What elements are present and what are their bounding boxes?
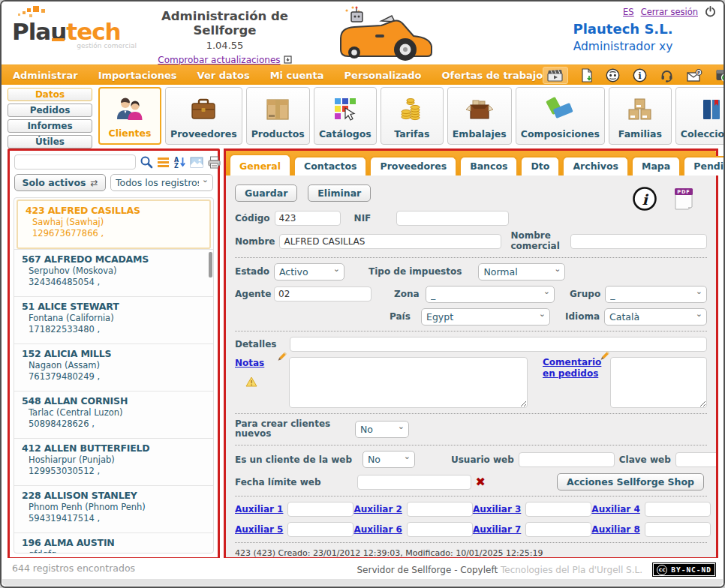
- nif-field[interactable]: [396, 211, 509, 226]
- mail-icon[interactable]: P: [687, 69, 702, 82]
- sidebar-item-informes[interactable]: Informes: [8, 119, 92, 133]
- tab-proveedores[interactable]: Proveedores: [369, 156, 457, 176]
- nombre-comercial-field[interactable]: [570, 234, 707, 249]
- language-link[interactable]: ES: [623, 7, 634, 17]
- delete-button[interactable]: Eliminar: [308, 184, 371, 202]
- client-row[interactable]: 196 ALMA AUSTIN gfdgfg Mannheim (Baden-W…: [14, 532, 213, 554]
- logout-link[interactable]: Cerrar sesión: [641, 7, 698, 17]
- menu-ofertas-trabajo[interactable]: Ofertas de trabajo: [442, 70, 543, 81]
- client-row[interactable]: 412 ALLEN BUTTERFIELD Hoshiarpur (Punjab…: [14, 438, 213, 485]
- auxiliar-1-link[interactable]: Auxiliar 1: [235, 504, 283, 514]
- power-icon[interactable]: [705, 6, 716, 17]
- client-row[interactable]: 152 ALICIA MILLS Nagaon (Assam) 76137948…: [14, 344, 213, 391]
- tab-pendiente[interactable]: Pendiente: [683, 156, 725, 176]
- document-export-icon[interactable]: [581, 68, 593, 82]
- tab-contactos[interactable]: Contactos: [293, 156, 367, 176]
- agente-field[interactable]: [274, 286, 372, 302]
- notas-textarea[interactable]: [289, 357, 528, 408]
- edit-pencil-icon[interactable]: [598, 350, 610, 362]
- check-updates-link[interactable]: Comprobar actualizaciones: [158, 55, 280, 65]
- auxiliar-7-link[interactable]: Auxiliar 7: [473, 524, 521, 535]
- info-icon[interactable]: i: [633, 68, 647, 82]
- auxiliar-6-link[interactable]: Auxiliar 6: [353, 524, 402, 535]
- client-row[interactable]: 228 ALLISON STANLEY Phnom Penh (Phnom Pe…: [14, 485, 213, 532]
- tab-archivos[interactable]: Archivos: [562, 156, 629, 176]
- client-row[interactable]: 567 ALFREDO MCADAMS Serpuhov (Moskova) 3…: [14, 249, 213, 296]
- list-scrollbar[interactable]: [209, 252, 212, 278]
- module-embalajes-button[interactable]: Embalajes: [447, 87, 512, 145]
- save-button[interactable]: Guardar: [235, 184, 297, 202]
- clave-web-field[interactable]: [675, 452, 716, 467]
- auxiliar-4-link[interactable]: Auxiliar 4: [591, 504, 639, 514]
- auxiliar-1-field[interactable]: [287, 502, 353, 517]
- codigo-field[interactable]: [275, 211, 341, 226]
- menu-mi-cuenta[interactable]: Mi cuenta: [270, 70, 324, 81]
- list-view-icon[interactable]: [157, 156, 170, 168]
- auxiliar-5-link[interactable]: Auxiliar 5: [235, 524, 283, 535]
- auxiliar-2-field[interactable]: [407, 502, 473, 517]
- auxiliar-6-field[interactable]: [407, 522, 473, 537]
- module-catalogos-button[interactable]: Catálogos: [314, 87, 377, 145]
- search-icon[interactable]: [140, 155, 153, 169]
- zona-select[interactable]: _: [426, 286, 555, 303]
- menu-administrar[interactable]: Administrar: [13, 70, 78, 81]
- comentario-textarea[interactable]: [610, 357, 707, 408]
- comentario-pedidos-link[interactable]: Comentario en pedidos: [543, 357, 601, 380]
- sellforge-shop-actions-button[interactable]: Acciones Sellforge Shop: [557, 473, 704, 490]
- support-headset-icon[interactable]: [660, 68, 674, 82]
- auxiliar-8-field[interactable]: [645, 522, 711, 537]
- client-row[interactable]: 548 ALLAN CORNISH Tarlac (Central Luzon)…: [14, 391, 213, 438]
- module-familias-button[interactable]: Familias: [609, 87, 672, 145]
- cliente-web-select[interactable]: No: [362, 451, 415, 468]
- sidebar-item-utiles[interactable]: Útiles: [8, 135, 92, 148]
- image-view-icon[interactable]: [190, 157, 203, 168]
- auxiliar-2-link[interactable]: Auxiliar 2: [353, 504, 402, 514]
- backup-icon[interactable]: [715, 68, 725, 82]
- notas-link[interactable]: Notas: [235, 358, 264, 368]
- print-icon[interactable]: [207, 156, 221, 169]
- module-tarifas-button[interactable]: Tarifas: [381, 87, 444, 145]
- module-proveedores-button[interactable]: Proveedores: [165, 87, 242, 145]
- module-composiciones-button[interactable]: Composiciones: [516, 87, 605, 145]
- tab-bancos[interactable]: Bancos: [459, 156, 518, 176]
- tutorials-video-icon[interactable]: [543, 67, 568, 84]
- search-input[interactable]: [14, 154, 136, 170]
- pais-select[interactable]: Egypt: [421, 308, 550, 326]
- module-clientes-button[interactable]: Clientes: [98, 87, 161, 145]
- crear-clientes-select[interactable]: No: [355, 421, 409, 438]
- record-info-icon[interactable]: i: [632, 186, 657, 212]
- sort-az-icon[interactable]: AZ: [173, 156, 186, 169]
- module-colecciones-button[interactable]: Colecciones: [675, 87, 723, 145]
- menu-ver-datos[interactable]: Ver datos: [197, 70, 250, 81]
- menu-personalizado[interactable]: Personalizado: [344, 70, 422, 81]
- records-filter-select[interactable]: Todos los registros: [110, 174, 213, 191]
- usuario-web-field[interactable]: [519, 452, 615, 467]
- module-productos-button[interactable]: Productos: [246, 87, 310, 145]
- discord-icon[interactable]: [606, 68, 620, 82]
- grupo-select[interactable]: _: [605, 286, 707, 303]
- auxiliar-3-link[interactable]: Auxiliar 3: [473, 504, 521, 514]
- cc-license-badge[interactable]: cc BY-NC-ND: [652, 562, 716, 577]
- auxiliar-4-field[interactable]: [645, 502, 711, 517]
- client-row[interactable]: 51 ALICE STEWART Fontana (California) 17…: [14, 296, 213, 344]
- solo-activos-button[interactable]: Solo activos⇄: [14, 174, 106, 191]
- clear-date-icon[interactable]: ✖: [476, 476, 486, 488]
- fecha-limite-web-field[interactable]: [357, 475, 471, 490]
- menu-importaciones[interactable]: Importaciones: [98, 70, 177, 81]
- nombre-field[interactable]: [279, 234, 501, 249]
- pdf-icon[interactable]: PDF: [674, 188, 693, 210]
- sidebar-item-pedidos[interactable]: Pedidos: [8, 104, 92, 117]
- auxiliar-3-field[interactable]: [525, 502, 591, 517]
- edit-pencil-icon[interactable]: [275, 351, 287, 363]
- tipo-impuestos-select[interactable]: Normal: [478, 263, 565, 280]
- idioma-select[interactable]: Català: [604, 308, 707, 326]
- auxiliar-8-link[interactable]: Auxiliar 8: [591, 524, 639, 535]
- auxiliar-5-field[interactable]: [287, 522, 353, 537]
- auxiliar-7-field[interactable]: [525, 522, 591, 537]
- tab-general[interactable]: General: [229, 154, 291, 176]
- detalles-field[interactable]: [290, 337, 707, 352]
- client-row-selected[interactable]: 423 ALFRED CASILLAS Sawhaj (Sawhaj) 1296…: [17, 200, 211, 249]
- tab-dto[interactable]: Dto: [520, 156, 560, 176]
- estado-select[interactable]: Activo: [274, 263, 344, 280]
- tab-mapa[interactable]: Mapa: [631, 156, 681, 176]
